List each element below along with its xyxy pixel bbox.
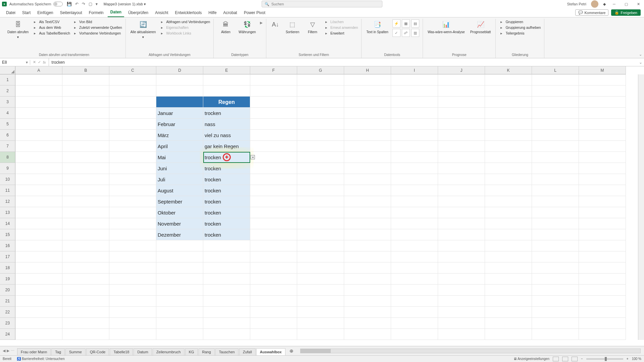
cell-M3[interactable] [579, 97, 626, 108]
cell-H21[interactable] [344, 296, 391, 307]
cell-D23[interactable] [156, 318, 203, 329]
cell-C7[interactable] [109, 141, 156, 152]
sheet-tab[interactable]: Auswahlbox [256, 348, 285, 355]
cell-J11[interactable] [438, 185, 485, 196]
cell-D2[interactable] [156, 85, 203, 97]
cell-A21[interactable] [15, 296, 62, 307]
row-header-6[interactable]: 6 [0, 130, 15, 141]
cell-C21[interactable] [109, 296, 156, 307]
cell-J17[interactable] [438, 251, 485, 262]
minimize-icon[interactable]: ─ [610, 0, 618, 8]
cell-G17[interactable] [297, 251, 344, 262]
cell-L2[interactable] [532, 85, 579, 97]
cell-L16[interactable] [532, 240, 579, 251]
cell-C22[interactable] [109, 307, 156, 318]
col-header-H[interactable]: H [344, 66, 391, 74]
cell-C12[interactable] [109, 196, 156, 207]
cell-H14[interactable] [344, 218, 391, 229]
cell-B20[interactable] [62, 285, 109, 296]
row-header-15[interactable]: 15 [0, 229, 15, 240]
ribbon-item[interactable]: ▸Teilergebnis [499, 31, 541, 36]
status-accessibility[interactable]: ♿ Barrierefreiheit: Untersuchen [17, 357, 65, 361]
col-header-A[interactable]: A [15, 66, 62, 74]
cell-J4[interactable] [438, 108, 485, 119]
zoom-value[interactable]: 100 % [632, 357, 641, 361]
cell-J19[interactable] [438, 274, 485, 285]
cell-I6[interactable] [391, 130, 438, 141]
ribbon-tab-datei[interactable]: Datei [3, 9, 18, 17]
cell-G23[interactable] [297, 318, 344, 329]
refresh-all-button[interactable]: 🔄Alle aktualisieren▾ [129, 19, 157, 40]
cell-C23[interactable] [109, 318, 156, 329]
cell-I23[interactable] [391, 318, 438, 329]
row-header-22[interactable]: 22 [0, 307, 15, 318]
row-header-1[interactable]: 1 [0, 74, 15, 85]
cell-L4[interactable] [532, 108, 579, 119]
ribbon-item[interactable]: ▸Gruppierung aufheben [499, 25, 541, 30]
cell-M1[interactable] [579, 74, 626, 85]
cell-L14[interactable] [532, 218, 579, 229]
cell-J20[interactable] [438, 285, 485, 296]
cell-F11[interactable] [250, 185, 297, 196]
row-header-20[interactable]: 20 [0, 285, 15, 296]
cell-K9[interactable] [485, 163, 532, 174]
cell-K14[interactable] [485, 218, 532, 229]
cell-A6[interactable] [15, 130, 62, 141]
row-header-10[interactable]: 10 [0, 174, 15, 185]
cell-E21[interactable] [203, 296, 250, 307]
cell-D14[interactable]: November [156, 218, 203, 229]
cell-F21[interactable] [250, 296, 297, 307]
cell-B11[interactable] [62, 185, 109, 196]
row-header-19[interactable]: 19 [0, 274, 15, 285]
cell-F22[interactable] [250, 307, 297, 318]
cell-D20[interactable] [156, 285, 203, 296]
cell-K24[interactable] [485, 329, 532, 340]
cell-F1[interactable] [250, 74, 297, 85]
cell-K11[interactable] [485, 185, 532, 196]
cell-G8[interactable] [297, 152, 344, 163]
cell-M9[interactable] [579, 163, 626, 174]
view-layout-icon[interactable] [562, 357, 568, 361]
col-header-G[interactable]: G [297, 66, 344, 74]
cell-C13[interactable] [109, 207, 156, 218]
ribbon-tab-hilfe[interactable]: Hilfe [206, 9, 219, 17]
cell-M14[interactable] [579, 218, 626, 229]
ribbon-tab-acrobat[interactable]: Acrobat [221, 9, 240, 17]
cell-K19[interactable] [485, 274, 532, 285]
cell-E11[interactable]: trocken [203, 185, 250, 196]
cell-B3[interactable] [62, 97, 109, 108]
cell-B7[interactable] [62, 141, 109, 152]
cell-B2[interactable] [62, 85, 109, 97]
ribbon-item[interactable]: ▸Löschen [324, 19, 358, 24]
cell-K6[interactable] [485, 130, 532, 141]
cell-K17[interactable] [485, 251, 532, 262]
dropdown-icon[interactable]: ▾ [251, 155, 255, 160]
cell-E5[interactable]: nass [203, 119, 250, 130]
cell-A2[interactable] [15, 85, 62, 97]
cell-C2[interactable] [109, 85, 156, 97]
cell-I3[interactable] [391, 97, 438, 108]
cell-H15[interactable] [344, 229, 391, 240]
row-header-9[interactable]: 9 [0, 163, 15, 174]
zoom-slider[interactable] [586, 358, 623, 360]
sheet-prev-icon[interactable]: ◀ [3, 349, 5, 353]
filter-button[interactable]: ▽Filtern [304, 19, 321, 35]
cell-M10[interactable] [579, 174, 626, 185]
cell-I22[interactable] [391, 307, 438, 318]
ribbon-tab-ansicht[interactable]: Ansicht [152, 9, 171, 17]
diamond-icon[interactable]: ◆ [603, 2, 606, 6]
row-header-16[interactable]: 16 [0, 240, 15, 251]
sheet-tab[interactable]: KG [185, 348, 198, 355]
cell-L13[interactable] [532, 207, 579, 218]
cell-G5[interactable] [297, 119, 344, 130]
cell-F9[interactable] [250, 163, 297, 174]
cell-H10[interactable] [344, 174, 391, 185]
cell-L10[interactable] [532, 174, 579, 185]
cell-F7[interactable] [250, 141, 297, 152]
cell-C14[interactable] [109, 218, 156, 229]
fx-icon[interactable]: fx [43, 60, 46, 64]
cell-C17[interactable] [109, 251, 156, 262]
cell-C1[interactable] [109, 74, 156, 85]
share-button[interactable]: 🔓 Freigeben [611, 9, 641, 16]
cell-H4[interactable] [344, 108, 391, 119]
